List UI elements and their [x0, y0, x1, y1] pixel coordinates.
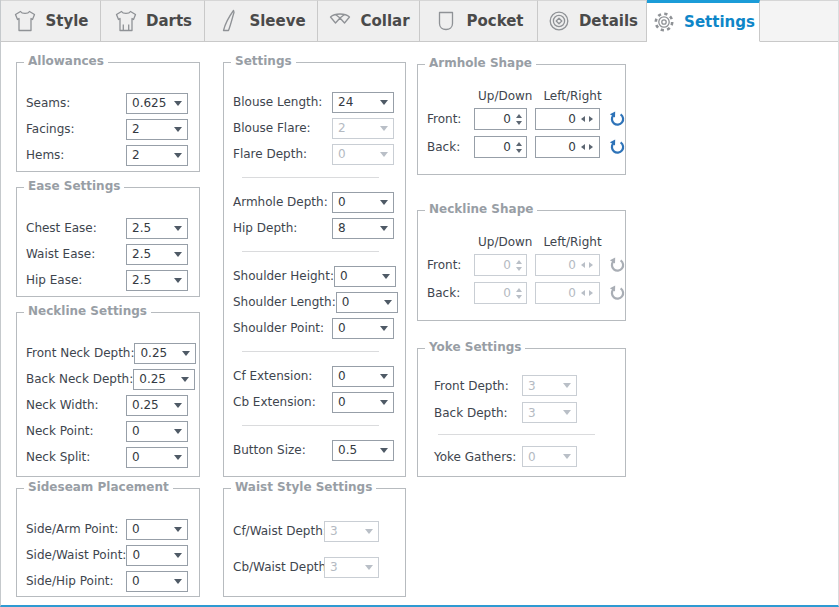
dropdown-value: 2 [127, 148, 174, 162]
neck-point-dropdown[interactable]: 0 [126, 421, 188, 442]
up-arrow-icon[interactable] [516, 142, 522, 146]
chevron-down-icon [380, 448, 388, 453]
gear-icon [651, 9, 677, 35]
button-size-dropdown[interactable]: 0.5 [332, 440, 394, 461]
waist-ease-dropdown[interactable]: 2.5 [126, 244, 188, 265]
chevron-down-icon [174, 101, 182, 106]
armhole-depth-dropdown[interactable]: 0 [332, 192, 394, 213]
field-row: Hip Ease: 2.5 [17, 267, 199, 293]
down-arrow-icon[interactable] [516, 149, 522, 153]
darts-icon [113, 8, 139, 34]
tab-sleeve[interactable]: Sleeve [205, 0, 318, 42]
field-label: Front Neck Depth: [26, 346, 134, 360]
separator [242, 251, 379, 252]
field-row: Button Size: 0.5 [224, 437, 405, 463]
shape-row: Front: 0 0 [418, 105, 625, 133]
chevron-down-icon [174, 403, 182, 408]
dropdown-value: 0.625 [127, 96, 174, 110]
group-waist-style-settings: Waist Style Settings Cf/Waist Depth: 3 C… [223, 488, 406, 597]
neck-split-dropdown[interactable]: 0 [126, 447, 188, 468]
field-row: Hems: 2 [17, 142, 199, 168]
down-arrow-icon [516, 267, 522, 271]
leftright-header: Left/Right [540, 235, 605, 251]
spinner-value: 0 [475, 286, 516, 300]
dropdown-value: 2.5 [127, 273, 174, 287]
shoulder-point-dropdown[interactable]: 0 [332, 318, 394, 339]
field-label: Shoulder Point: [233, 321, 324, 335]
left-arrow-icon[interactable] [581, 144, 585, 150]
armhole-back-updown-spinner[interactable]: 0 [474, 136, 527, 158]
shape-column-headers: Up/Down Left/Right [478, 235, 625, 251]
left-arrow-icon [581, 290, 585, 296]
chevron-down-icon [174, 455, 182, 460]
field-row: Back Depth: 3 [418, 399, 625, 426]
field-label: Chest Ease: [26, 221, 97, 235]
armhole-back-leftright-spinner[interactable]: 0 [535, 136, 600, 158]
back-neck-depth-dropdown[interactable]: 0.25 [133, 369, 195, 390]
chevron-down-icon [174, 429, 182, 434]
chevron-down-icon [384, 300, 392, 305]
right-arrow-icon[interactable] [589, 144, 593, 150]
side-arm-point-dropdown[interactable]: 0 [126, 519, 188, 540]
chevron-down-icon [174, 579, 182, 584]
field-label: Side/Hip Point: [26, 574, 114, 588]
shape-column-headers: Up/Down Left/Right [478, 89, 625, 105]
field-row: Armhole Depth: 0 [224, 189, 405, 215]
neck-width-dropdown[interactable]: 0.25 [126, 395, 188, 416]
side-hip-point-dropdown[interactable]: 0 [126, 571, 188, 592]
hip-depth-dropdown[interactable]: 8 [332, 218, 394, 239]
field-label: Facings: [26, 122, 75, 136]
right-arrow-icon [589, 262, 593, 268]
left-arrow-icon[interactable] [581, 116, 585, 122]
tab-darts[interactable]: Darts [101, 0, 205, 42]
chevron-down-icon [181, 377, 189, 382]
group-title: Neckline Settings [24, 304, 151, 318]
chevron-down-icon [174, 127, 182, 132]
field-label: Cf Extension: [233, 369, 312, 383]
chevron-down-icon [380, 152, 388, 157]
chest-ease-dropdown[interactable]: 2.5 [126, 218, 188, 239]
tab-settings[interactable]: Settings [647, 0, 760, 42]
leftright-header: Left/Right [540, 89, 605, 105]
side-waist-point-dropdown[interactable]: 0 [126, 545, 188, 566]
tab-collar[interactable]: Collar [318, 0, 420, 42]
dropdown-value: 8 [333, 221, 380, 235]
reset-icon[interactable] [608, 138, 625, 156]
tab-style[interactable]: Style [1, 0, 101, 42]
seams-dropdown[interactable]: 0.625 [126, 93, 188, 114]
armhole-front-updown-spinner[interactable]: 0 [474, 108, 527, 130]
armhole-front-leftright-spinner[interactable]: 0 [535, 108, 600, 130]
field-label: Hems: [26, 148, 64, 162]
down-arrow-icon[interactable] [516, 121, 522, 125]
field-row: Neck Point: 0 [17, 418, 199, 444]
field-row: Side/Waist Point: 0 [17, 542, 199, 568]
cb-extension-dropdown[interactable]: 0 [332, 392, 394, 413]
dropdown-value: 24 [333, 95, 380, 109]
tab-details[interactable]: Details [538, 0, 647, 42]
neckline-front-leftright-spinner: 0 [535, 254, 600, 276]
group-title: Ease Settings [24, 179, 124, 193]
blouse-length-dropdown[interactable]: 24 [332, 92, 394, 113]
tab-pocket[interactable]: Pocket [420, 0, 538, 42]
facings-dropdown[interactable]: 2 [126, 119, 188, 140]
right-arrow-icon[interactable] [589, 116, 593, 122]
dropdown-value: 0 [127, 522, 174, 536]
tab-label: Settings [684, 13, 755, 31]
field-row: Neck Width: 0.25 [17, 392, 199, 418]
hip-ease-dropdown[interactable]: 2.5 [126, 270, 188, 291]
dropdown-value: 2.5 [127, 247, 174, 261]
field-label: Cb/Waist Depth: [233, 560, 324, 574]
details-icon [546, 8, 572, 34]
up-arrow-icon[interactable] [516, 114, 522, 118]
front-neck-depth-dropdown[interactable]: 0.25 [134, 343, 196, 364]
shoulder-height-dropdown[interactable]: 0 [334, 266, 396, 287]
collar-icon [327, 8, 353, 34]
reset-icon [608, 284, 625, 302]
hems-dropdown[interactable]: 2 [126, 145, 188, 166]
row-label: Back: [427, 286, 466, 300]
cf-extension-dropdown[interactable]: 0 [332, 366, 394, 387]
chevron-down-icon [182, 351, 190, 356]
reset-icon[interactable] [608, 110, 625, 128]
shoulder-length-dropdown[interactable]: 0 [336, 292, 398, 313]
blouse-icon [12, 8, 38, 34]
